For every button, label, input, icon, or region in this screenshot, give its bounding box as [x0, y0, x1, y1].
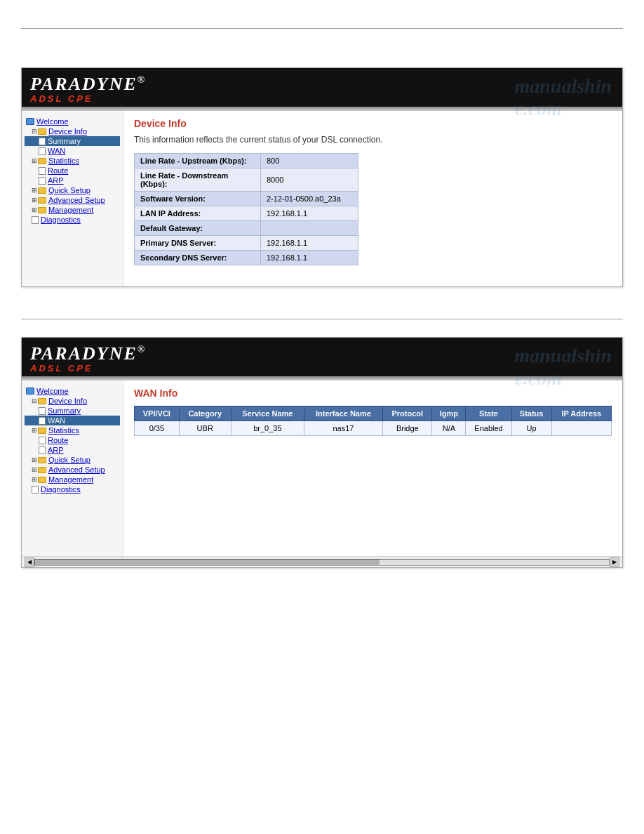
info-label: Default Gateway: — [135, 221, 261, 236]
info-value: 192.168.1.1 — [261, 236, 358, 251]
sidebar-2: Welcome ⊟ Device Info Summary WAN ⊞ Stat… — [22, 380, 123, 556]
page-icon-arp-2 — [39, 446, 46, 454]
expand-icon-stats-2[interactable]: ⊞ — [32, 427, 37, 434]
scrollbar-area: ◀ ▶ — [22, 556, 622, 567]
expand-icon-adv-1[interactable]: ⊞ — [32, 197, 37, 204]
sidebar-item-route-2[interactable]: Route — [25, 435, 120, 445]
monitor-icon-1 — [26, 118, 34, 125]
sidebar-label-arp-2: ARP — [48, 446, 64, 454]
page-icon-wan-1 — [39, 147, 46, 155]
sidebar-item-arp-2[interactable]: ARP — [25, 445, 120, 455]
scrollbar-thumb — [35, 560, 380, 565]
sidebar-item-quicksetup-2[interactable]: ⊞ Quick Setup — [25, 455, 120, 465]
expand-icon-qs-1[interactable]: ⊞ — [32, 187, 37, 194]
scroll-right-arrow[interactable]: ▶ — [610, 557, 619, 567]
page-icon-diag-2 — [32, 486, 39, 494]
info-label: LAN IP Address: — [135, 206, 261, 221]
sidebar-item-arp-1[interactable]: ARP — [25, 176, 120, 185]
scrollbar-track[interactable] — [34, 559, 610, 566]
sidebar-label-arp-1: ARP — [48, 176, 64, 185]
expand-icon-di-2[interactable]: ⊟ — [32, 397, 37, 404]
sidebar-item-diag-1[interactable]: Diagnostics — [25, 215, 120, 225]
sidebar-item-wan-2[interactable]: WAN — [25, 416, 120, 425]
brand-text-1: PARADYNE — [30, 74, 137, 94]
sidebar-item-summary-2[interactable]: Summary — [25, 406, 120, 416]
wan-cell: Up — [511, 421, 551, 436]
wan-cell — [551, 421, 611, 436]
expand-icon-mgmt-2[interactable]: ⊞ — [32, 476, 37, 483]
wan-cell: Bridge — [383, 421, 432, 436]
sidebar-item-mgmt-2[interactable]: ⊞ Management — [25, 475, 120, 484]
sidebar-label-advsetup-2: Advanced Setup — [48, 465, 105, 474]
sidebar-item-advsetup-1[interactable]: ⊞ Advanced Setup — [25, 195, 120, 205]
sidebar-item-quicksetup-1[interactable]: ⊞ Quick Setup — [25, 185, 120, 195]
folder-icon-stats-2 — [38, 428, 46, 434]
sidebar-label-summary-1: Summary — [48, 137, 81, 145]
folder-icon-stats-1 — [38, 158, 46, 164]
wan-col-header: Service Name — [231, 406, 304, 421]
browser-frame-2: PARADYNE® ADSL CPE manualshine.com Welco… — [21, 337, 623, 568]
sidebar-item-deviceinfo-2[interactable]: ⊟ Device Info — [25, 396, 120, 406]
wan-col-header: IP Address — [551, 406, 611, 421]
folder-icon-mgmt-1 — [38, 207, 46, 213]
info-value: 8000 — [261, 168, 358, 192]
scroll-left-arrow[interactable]: ◀ — [25, 557, 34, 567]
wan-col-header: Interface Name — [304, 406, 382, 421]
sidebar-item-deviceinfo-1[interactable]: ⊟ Device Info — [25, 126, 120, 136]
brand-sub-1: ADSL CPE — [30, 93, 614, 104]
wan-cell: UBR — [179, 421, 231, 436]
folder-icon-qs-1 — [38, 187, 46, 194]
expand-icon-mgmt-1[interactable]: ⊞ — [32, 206, 37, 213]
main-content-2: Welcome ⊟ Device Info Summary WAN ⊞ Stat… — [22, 380, 622, 556]
sidebar-label-welcome-2: Welcome — [36, 387, 69, 395]
sidebar-item-mgmt-1[interactable]: ⊞ Management — [25, 205, 120, 215]
sidebar-item-statistics-1[interactable]: ⊞ Statistics — [25, 156, 120, 166]
sidebar-item-welcome-2[interactable]: Welcome — [25, 386, 120, 396]
sidebar-item-welcome-1[interactable]: Welcome — [25, 117, 120, 126]
sidebar-label-advsetup-1: Advanced Setup — [48, 196, 105, 204]
device-info-table: Line Rate - Upstream (Kbps):800Line Rate… — [134, 153, 358, 265]
sidebar-label-wan-1: WAN — [48, 147, 65, 155]
header-bar-1: PARADYNE® ADSL CPE manualshine.com — [22, 68, 622, 107]
content-area-2: WAN Info VPI/VCICategoryService NameInte… — [123, 380, 622, 556]
sidebar-label-welcome-1: Welcome — [36, 117, 69, 126]
page-icon-summary-2 — [39, 407, 46, 415]
sidebar-label-deviceinfo-2: Device Info — [48, 397, 87, 405]
wan-cell: br_0_35 — [231, 421, 304, 436]
header-bar-2: PARADYNE® ADSL CPE manualshine.com — [22, 338, 622, 376]
sidebar-label-mgmt-2: Management — [48, 475, 93, 484]
info-label: Software Version: — [135, 192, 261, 206]
expand-icon-adv-2[interactable]: ⊞ — [32, 466, 37, 473]
folder-icon-qs-2 — [38, 457, 46, 463]
sidebar-item-wan-1[interactable]: WAN — [25, 146, 120, 156]
brand-reg-2: ® — [137, 344, 146, 355]
sidebar-label-quicksetup-1: Quick Setup — [48, 186, 90, 194]
sidebar-item-diag-2[interactable]: Diagnostics — [25, 484, 120, 494]
wan-col-header: Category — [179, 406, 231, 421]
folder-icon-adv-2 — [38, 467, 46, 473]
expand-icon-qs-2[interactable]: ⊞ — [32, 456, 37, 463]
sidebar-label-mgmt-1: Management — [48, 206, 93, 214]
wan-cell: N/A — [432, 421, 466, 436]
brand-reg-1: ® — [137, 74, 146, 85]
brand-text-2: PARADYNE — [30, 343, 137, 364]
sidebar-item-statistics-2[interactable]: ⊞ Statistics — [25, 425, 120, 435]
sidebar-item-route-1[interactable]: Route — [25, 166, 120, 176]
sidebar-item-summary-1[interactable]: Summary — [25, 136, 120, 146]
expand-icon-1[interactable]: ⊟ — [32, 128, 37, 135]
expand-icon-stats-1[interactable]: ⊞ — [32, 157, 37, 164]
sidebar-label-route-1: Route — [48, 166, 68, 175]
sidebar-label-summary-2: Summary — [48, 406, 81, 415]
content-desc-1: This information reflects the current st… — [134, 135, 612, 145]
content-title-1: Device Info — [134, 118, 612, 129]
content-area-1: Device Info This information reflects th… — [123, 111, 622, 286]
page-icon-route-1 — [39, 167, 46, 175]
wan-cell: Enabled — [466, 421, 511, 436]
browser-frame-1: PARADYNE® ADSL CPE manualshine.com Welco… — [21, 67, 623, 287]
info-value: 192.168.1.1 — [261, 251, 358, 265]
brand-sub-2: ADSL CPE — [30, 363, 614, 373]
info-label: Secondary DNS Server: — [135, 251, 261, 265]
wan-table: VPI/VCICategoryService NameInterface Nam… — [134, 406, 612, 436]
sidebar-item-advsetup-2[interactable]: ⊞ Advanced Setup — [25, 465, 120, 475]
sidebar-label-statistics-1: Statistics — [48, 157, 79, 165]
